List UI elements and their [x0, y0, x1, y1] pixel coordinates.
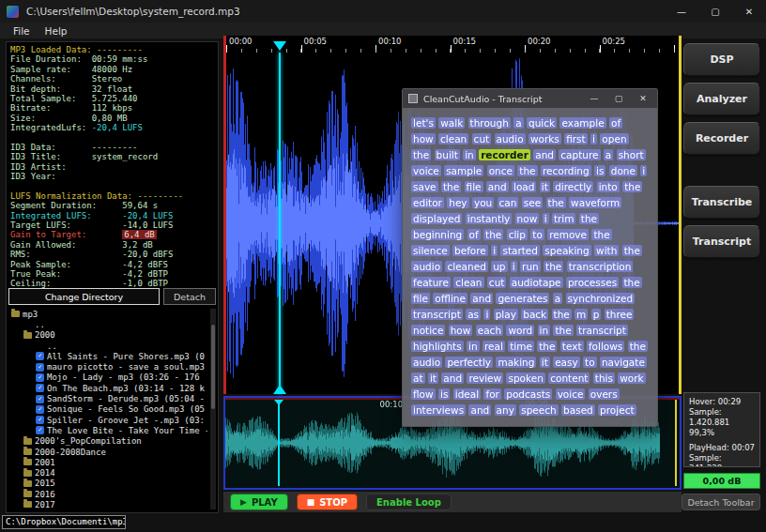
- tree-item[interactable]: ✓On The Beach.mp3 (03:14 - 128 k: [9, 383, 207, 393]
- transcript-word[interactable]: is: [594, 165, 605, 176]
- play-button[interactable]: ▶ PLAY: [230, 494, 288, 510]
- transcript-word[interactable]: let's: [411, 117, 436, 129]
- transcript-word[interactable]: transcript: [576, 325, 628, 336]
- gain-db-display[interactable]: 0,00 dB: [683, 473, 760, 489]
- transcript-word[interactable]: waveform: [569, 197, 621, 208]
- minimize-button[interactable]: —: [665, 0, 698, 23]
- transcript-word[interactable]: this: [593, 372, 615, 384]
- transcript-word[interactable]: flow: [411, 388, 436, 400]
- transcript-close-button[interactable]: ✕: [633, 94, 653, 103]
- transcript-word[interactable]: and: [470, 293, 493, 304]
- transcript-word[interactable]: to: [530, 229, 544, 240]
- transcript-word[interactable]: easy: [553, 357, 580, 368]
- transcript-word[interactable]: each: [476, 325, 503, 336]
- transcript-word[interactable]: audio: [495, 133, 526, 144]
- transcript-word[interactable]: the: [552, 309, 572, 320]
- transcript-word[interactable]: short: [617, 149, 646, 160]
- transcript-word[interactable]: spoken: [506, 372, 544, 384]
- close-button[interactable]: ✕: [732, 0, 766, 23]
- transcript-word[interactable]: real: [483, 341, 505, 352]
- transcript-word[interactable]: started: [500, 245, 540, 256]
- transcript-word[interactable]: review: [467, 372, 503, 384]
- transcript-word[interactable]: p: [591, 309, 602, 320]
- maximize-button[interactable]: ▢: [698, 0, 732, 23]
- menu-file[interactable]: File: [6, 25, 38, 37]
- transcript-word[interactable]: once: [487, 165, 514, 176]
- transcript-word[interactable]: i: [483, 309, 490, 320]
- transcript-word[interactable]: hey: [447, 197, 468, 208]
- transcript-word[interactable]: word: [506, 325, 534, 336]
- transcript-word[interactable]: project: [598, 404, 636, 416]
- transcript-word[interactable]: the: [544, 261, 563, 272]
- transcript-word[interactable]: offline: [433, 293, 467, 304]
- tree-item[interactable]: 2001: [9, 457, 207, 467]
- transcript-word[interactable]: works: [529, 133, 561, 144]
- transcript-word[interactable]: walk: [438, 117, 465, 129]
- transcript-word[interactable]: based: [561, 404, 595, 416]
- transcript-word[interactable]: file: [411, 293, 430, 304]
- transcript-word[interactable]: the: [628, 341, 648, 352]
- transcript-word[interactable]: of: [467, 229, 481, 240]
- transcript-word[interactable]: a: [513, 117, 523, 129]
- transcript-word[interactable]: follows: [587, 341, 624, 352]
- transcript-word[interactable]: synchronized: [566, 293, 636, 304]
- transcript-word[interactable]: the: [546, 197, 566, 208]
- transcript-word[interactable]: through: [468, 117, 511, 129]
- panel-button-transcript[interactable]: Transcript: [683, 225, 760, 258]
- transcript-word[interactable]: podcasts: [504, 388, 552, 400]
- transcript-word[interactable]: the: [441, 181, 461, 192]
- transcript-word[interactable]: the: [553, 325, 573, 336]
- transcript-word[interactable]: play: [494, 309, 518, 320]
- transcript-word[interactable]: with: [594, 245, 619, 256]
- transcript-word[interactable]: see: [522, 197, 543, 208]
- transcript-word[interactable]: highlights: [411, 341, 464, 352]
- transcript-word[interactable]: recording: [541, 165, 591, 176]
- change-directory-button[interactable]: Change Directory: [8, 288, 160, 305]
- transcript-word[interactable]: how: [411, 133, 436, 144]
- transcript-word[interactable]: text: [560, 341, 584, 352]
- tree-item[interactable]: 2017: [9, 499, 207, 509]
- transcript-word[interactable]: a: [553, 293, 562, 304]
- transcript-word[interactable]: i: [511, 261, 517, 272]
- tree-item[interactable]: 2000: [9, 330, 207, 341]
- transcript-word[interactable]: into: [597, 181, 620, 192]
- transcript-word[interactable]: run: [520, 261, 541, 272]
- transcript-word[interactable]: save: [411, 181, 438, 192]
- tree-item[interactable]: ✓Spiller - Groove Jet -.mp3 (03:: [9, 415, 207, 425]
- transcript-word[interactable]: as: [466, 309, 481, 320]
- tree-item[interactable]: 2000's_PopCompilation: [9, 436, 207, 447]
- stop-button[interactable]: ■ STOP: [297, 494, 358, 510]
- playhead-handle-top[interactable]: [273, 41, 286, 51]
- transcript-word[interactable]: any: [495, 404, 516, 416]
- transcript-maximize-button[interactable]: ▢: [608, 94, 629, 103]
- transcript-word[interactable]: file: [465, 181, 483, 192]
- transcript-word[interactable]: you: [472, 197, 494, 208]
- transcript-word[interactable]: and: [533, 149, 556, 160]
- transcript-word[interactable]: content: [548, 372, 590, 384]
- transcript-word[interactable]: the: [483, 229, 503, 240]
- transcript-word[interactable]: of: [609, 117, 622, 129]
- transcript-word[interactable]: interviews: [411, 404, 466, 416]
- transcript-word[interactable]: back: [521, 309, 548, 320]
- tree-item[interactable]: ✓SandStorm - Derude.mp3 (05:04 -: [9, 393, 207, 403]
- tree-item[interactable]: 2014: [9, 467, 207, 478]
- transcript-word[interactable]: to: [583, 357, 597, 368]
- transcript-word[interactable]: clean: [453, 277, 483, 288]
- transcript-word[interactable]: a: [604, 149, 613, 160]
- transcript-word[interactable]: perfectly: [445, 357, 493, 368]
- transcript-word[interactable]: trim: [552, 213, 576, 224]
- transcript-word[interactable]: the: [622, 245, 642, 256]
- transcript-word[interactable]: it: [428, 372, 438, 384]
- transcript-word[interactable]: load: [512, 181, 536, 192]
- transcript-word[interactable]: the: [517, 165, 537, 176]
- transcript-word[interactable]: i: [491, 245, 498, 256]
- transcript-word[interactable]: is: [438, 388, 450, 400]
- transcript-word[interactable]: example: [559, 117, 605, 129]
- transcript-word[interactable]: instantly: [466, 213, 513, 224]
- transcript-word[interactable]: transcript: [411, 309, 463, 320]
- transcript-word[interactable]: it: [540, 181, 550, 192]
- transcript-word[interactable]: first: [564, 133, 588, 144]
- tree-item[interactable]: ✓Mojo - Lady - mp3 (03:26 - 176: [9, 372, 207, 383]
- transcript-word[interactable]: editor: [411, 197, 444, 208]
- transcript-word[interactable]: can: [498, 197, 519, 208]
